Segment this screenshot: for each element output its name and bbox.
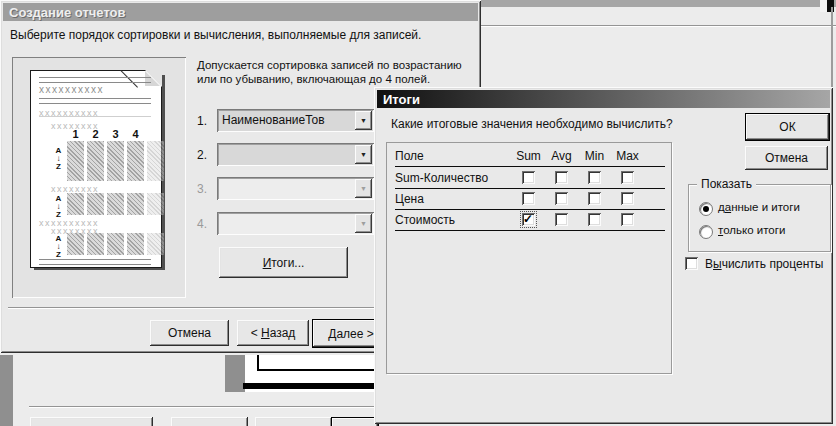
chevron-down-icon[interactable]: ▼ bbox=[355, 145, 372, 164]
background-page-notch bbox=[225, 355, 245, 392]
table-row: Sum-Количество bbox=[395, 167, 665, 189]
page-rule bbox=[39, 259, 151, 265]
background-button-2[interactable] bbox=[171, 417, 248, 426]
sort-az-icon: A ↓ Z bbox=[52, 235, 65, 259]
sort-field-1-value: НаименованиеТов bbox=[222, 113, 325, 127]
sort-field-2-combobox[interactable]: ▼ bbox=[217, 143, 374, 166]
totals-table: Поле Sum Avg Min Max Sum-Количество Цена bbox=[386, 142, 672, 374]
totals-only-label[interactable]: только итоги bbox=[718, 224, 785, 236]
background-window-top bbox=[481, 0, 836, 88]
sort-field-4-combobox: ▼ bbox=[217, 212, 374, 235]
chevron-down-icon[interactable]: ▼ bbox=[355, 111, 372, 130]
max-checkbox[interactable] bbox=[621, 171, 634, 184]
data-and-totals-label[interactable]: данные и итоги bbox=[718, 201, 800, 213]
wizard-back-button[interactable]: < Назад bbox=[237, 320, 309, 346]
wizard-title: Создание отчетов bbox=[9, 5, 126, 20]
min-checkbox[interactable] bbox=[588, 192, 601, 205]
sort-field-1-number: 1. bbox=[197, 114, 217, 128]
chevron-down-icon: ▼ bbox=[355, 179, 372, 198]
background-button-4[interactable] bbox=[331, 417, 379, 426]
row-field-label: Цена bbox=[395, 192, 512, 206]
sort-field-3-combobox: ▼ bbox=[217, 177, 374, 200]
wizard-cancel-button[interactable]: Отмена bbox=[150, 320, 229, 346]
sort-field-2-number: 2. bbox=[197, 148, 217, 162]
totals-only-radio[interactable] bbox=[699, 225, 713, 239]
sum-column-header: Sum bbox=[512, 149, 545, 163]
row-field-label: Стоимость bbox=[395, 213, 512, 227]
totals-dialog: Итоги Какие итоговые значения необходимо… bbox=[374, 87, 833, 424]
sort-col-4: 4 bbox=[127, 128, 144, 140]
avg-checkbox[interactable] bbox=[555, 171, 568, 184]
max-column-header: Max bbox=[611, 149, 644, 163]
min-column-header: Min bbox=[578, 149, 611, 163]
sort-field-3-number: 3. bbox=[197, 182, 217, 196]
sum-checkbox[interactable] bbox=[522, 213, 535, 226]
window-control-gap bbox=[820, 0, 827, 12]
chevron-down-icon: ▼ bbox=[355, 214, 372, 233]
page-rule bbox=[39, 77, 151, 83]
background-button-1[interactable] bbox=[30, 417, 153, 426]
background-titlebar-strip bbox=[481, 0, 836, 7]
page-rule-light bbox=[39, 116, 151, 117]
page-placeholder-text: xxxxxxxx bbox=[51, 185, 99, 193]
background-left-strip bbox=[0, 355, 13, 426]
sort-col-2: 2 bbox=[87, 128, 104, 140]
data-and-totals-radio[interactable] bbox=[699, 202, 713, 216]
min-checkbox[interactable] bbox=[588, 171, 601, 184]
totals-title: Итоги bbox=[383, 92, 420, 107]
background-button-3[interactable] bbox=[255, 417, 332, 426]
wizard-titlebar[interactable]: Создание отчетов bbox=[3, 3, 478, 21]
totals-button[interactable]: Итоги... bbox=[219, 247, 348, 278]
ok-button[interactable]: ОК bbox=[745, 113, 830, 141]
data-block-group bbox=[67, 141, 164, 181]
report-preview-page: xxxxxxxxxx xxxxxxxxxx xxxxxxxx 1 2 3 4 A… bbox=[30, 70, 162, 268]
sort-col-3: 3 bbox=[107, 128, 124, 140]
page-placeholder-text: xxxxxxxxxx bbox=[39, 86, 104, 94]
table-row: Цена bbox=[395, 188, 665, 210]
data-block-group bbox=[67, 233, 164, 255]
max-checkbox[interactable] bbox=[621, 192, 634, 205]
sort-col-1: 1 bbox=[67, 128, 84, 140]
page-rule bbox=[39, 98, 151, 104]
row-field-label: Sum-Количество bbox=[395, 171, 512, 185]
screen: Создание отчетов Выберите порядок сортир… bbox=[0, 0, 836, 426]
totals-cancel-button[interactable]: Отмена bbox=[745, 146, 828, 170]
wizard-hint: Допускается сортировка записей по возрас… bbox=[197, 58, 469, 86]
background-separator-line bbox=[29, 406, 374, 408]
sort-field-4-number: 4. bbox=[197, 217, 217, 231]
sum-checkbox[interactable] bbox=[522, 192, 535, 205]
window-right-edge bbox=[831, 7, 833, 88]
min-checkbox[interactable] bbox=[588, 213, 601, 226]
page-fragment-hline bbox=[257, 369, 379, 371]
wizard-instruction: Выберите порядок сортировки и вычисления… bbox=[10, 28, 470, 42]
calc-percent-checkbox[interactable] bbox=[685, 257, 698, 270]
table-row: Стоимость bbox=[395, 209, 665, 231]
calc-percent-label[interactable]: Вычислить проценты bbox=[705, 257, 823, 271]
totals-table-header: Поле Sum Avg Min Max bbox=[395, 145, 665, 167]
sort-field-1-combobox[interactable]: НаименованиеТов ▼ bbox=[217, 109, 374, 132]
totals-question: Какие итоговые значения необходимо вычис… bbox=[391, 117, 731, 131]
background-page-bar bbox=[243, 383, 379, 389]
show-groupbox: Показать данные и итоги только итоги bbox=[688, 184, 831, 252]
field-column-header: Поле bbox=[395, 149, 512, 163]
menu-separator-line bbox=[481, 25, 836, 27]
sort-az-icon: A ↓ Z bbox=[52, 147, 65, 171]
show-groupbox-legend: Показать bbox=[697, 177, 756, 191]
sum-checkbox[interactable] bbox=[522, 171, 535, 184]
sort-az-icon: A ↓ Z bbox=[52, 195, 65, 219]
max-checkbox[interactable] bbox=[621, 213, 634, 226]
avg-column-header: Avg bbox=[545, 149, 578, 163]
report-preview-panel: xxxxxxxxxx xxxxxxxxxx xxxxxxxx 1 2 3 4 A… bbox=[12, 57, 186, 298]
totals-titlebar[interactable]: Итоги bbox=[377, 90, 830, 108]
data-block-group bbox=[67, 193, 164, 215]
avg-checkbox[interactable] bbox=[555, 213, 568, 226]
avg-checkbox[interactable] bbox=[555, 192, 568, 205]
